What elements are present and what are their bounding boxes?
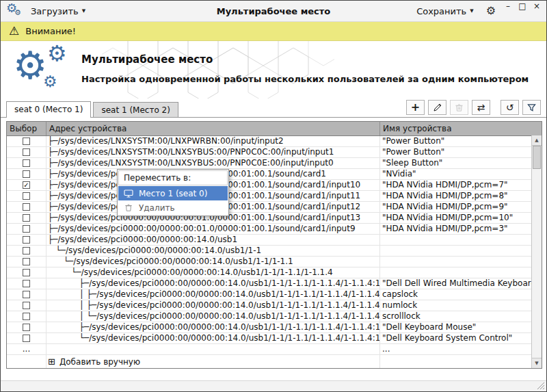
settings-gear-button[interactable]: ⚙ bbox=[486, 5, 496, 16]
gear-icon: ⚙ bbox=[47, 42, 67, 64]
row-checkbox[interactable] bbox=[23, 138, 30, 145]
row-checkbox[interactable] bbox=[23, 192, 30, 200]
table-row[interactable]: ├─/sys/devices/pci0000:00/0000:00:01.0/0… bbox=[7, 213, 542, 224]
app-logo-gears: ⚙ ⚙ ⚙ bbox=[10, 44, 79, 97]
maximize-button[interactable]: □ bbox=[518, 2, 526, 10]
row-checkbox[interactable]: ✓ bbox=[23, 181, 30, 189]
row-checkbox[interactable] bbox=[23, 159, 30, 167]
chevron-down-icon: ▼ bbox=[470, 8, 473, 14]
table-row[interactable]: ├─/sys/devices/pci0000:00/0000:00:14.0/u… bbox=[7, 235, 542, 246]
device-name: "HDA NVidia HDMI/DP,pcm=9" bbox=[380, 202, 542, 212]
reset-button[interactable]: ↺ bbox=[501, 100, 519, 115]
table-row[interactable]: └─/sys/devices/pci0000:00/0000:00:14.0/u… bbox=[7, 267, 542, 278]
table-row[interactable]: └─/sys/devices/pci0000:00/0000:00:14.0/u… bbox=[7, 246, 542, 257]
row-checkbox[interactable] bbox=[23, 335, 30, 342]
row-checkbox[interactable] bbox=[23, 236, 30, 244]
row-checkbox[interactable] bbox=[23, 269, 30, 276]
ellipsis-name: ... bbox=[380, 344, 542, 354]
table-row[interactable]: ├─/sys/devices/pci0000:00/0000:00:14.0/u… bbox=[7, 278, 542, 289]
load-button-label: Загрузить bbox=[31, 6, 79, 16]
row-checkbox[interactable] bbox=[23, 214, 30, 222]
table-row[interactable]: └─/sys/devices/pci0000:00/0000:00:14.0/u… bbox=[7, 257, 542, 267]
title-bar: ⚙ ⚙ Загрузить ▼ Мультирабочее место Сохр… bbox=[1, 1, 546, 22]
row-checkbox[interactable] bbox=[23, 203, 30, 211]
row-checkbox[interactable] bbox=[23, 280, 30, 287]
load-button[interactable]: Загрузить ▼ bbox=[28, 5, 88, 18]
context-menu-title: Переместить в: bbox=[118, 170, 228, 185]
row-checkbox[interactable] bbox=[23, 170, 30, 178]
context-menu-item-delete[interactable]: Удалить bbox=[118, 200, 228, 215]
minimize-button[interactable]: – bbox=[504, 2, 512, 10]
device-name: "NVidia" bbox=[380, 169, 542, 179]
column-header-address[interactable]: Адрес устройства bbox=[46, 122, 380, 135]
delete-button[interactable] bbox=[450, 100, 468, 115]
row-checkbox[interactable] bbox=[23, 291, 30, 298]
edit-button[interactable] bbox=[428, 100, 446, 115]
table-row[interactable]: ✓ ├─/sys/devices/pci0000:00/0000:00:01.0… bbox=[7, 180, 542, 191]
row-checkbox[interactable] bbox=[23, 247, 30, 254]
device-name: "Power Button" bbox=[380, 147, 542, 157]
table-row[interactable]: │ └─/sys/devices/pci0000:00/0000:00:14.0… bbox=[7, 311, 542, 322]
ellipsis-row: ... ... bbox=[7, 344, 542, 355]
close-button[interactable]: × bbox=[533, 2, 541, 10]
row-checkbox[interactable] bbox=[23, 148, 30, 156]
tab-seat-0[interactable]: seat 0 (Место 1) bbox=[6, 101, 91, 118]
device-name: capslock bbox=[380, 289, 542, 300]
table-row[interactable]: ├─/sys/devices/LNXSYSTM:00/LNXPWRBN:00/i… bbox=[7, 136, 542, 147]
add-button[interactable]: + bbox=[406, 100, 425, 115]
swap-arrows-icon: ⇄ bbox=[477, 103, 485, 112]
device-table: Выбор Адрес устройства Имя устройства ├─… bbox=[6, 121, 542, 369]
plus-icon: + bbox=[411, 102, 420, 113]
table-row[interactable]: │ ├─/sys/devices/pci0000:00/0000:00:14.0… bbox=[7, 289, 542, 300]
save-button[interactable]: Сохранить ▼ bbox=[414, 5, 477, 18]
context-menu: Переместить в: Место 1 (seat 0) Удалить bbox=[117, 169, 229, 216]
warning-icon: ⚠ bbox=[9, 25, 19, 37]
row-checkbox[interactable] bbox=[23, 313, 30, 320]
scroll-up-button[interactable]: ▲ bbox=[532, 135, 542, 146]
resize-grip[interactable] bbox=[537, 382, 545, 390]
scroll-down-button[interactable]: ▼ bbox=[532, 358, 542, 368]
table-row[interactable]: ├─/sys/devices/pci0000:00/0000:00:14.0/u… bbox=[7, 322, 542, 333]
row-checkbox[interactable] bbox=[23, 225, 30, 233]
column-header-name[interactable]: Имя устройства bbox=[380, 122, 542, 135]
add-manually-row[interactable]: ⊞ Добавить вручную bbox=[7, 355, 542, 368]
context-menu-item-label: Удалить bbox=[139, 203, 175, 213]
row-checkbox[interactable] bbox=[23, 302, 30, 309]
gear-icon: ⚙ bbox=[13, 47, 47, 85]
filter-button[interactable] bbox=[522, 100, 541, 115]
page-subtitle: Настройка одновременной работы нескольки… bbox=[81, 74, 529, 84]
add-manually-label: Добавить вручную bbox=[59, 356, 140, 368]
warning-banner: ⚠ Внимание! bbox=[1, 22, 546, 41]
table-row[interactable]: ├─/sys/devices/pci0000:00/0000:00:01.0/0… bbox=[7, 224, 542, 235]
device-name: "Sleep Button" bbox=[380, 158, 542, 168]
warning-text: Внимание! bbox=[25, 26, 76, 36]
row-checkbox[interactable] bbox=[23, 324, 30, 331]
device-address: │ └─/sys/devices/pci0000:00/0000:00:14.0… bbox=[46, 311, 380, 322]
vertical-scrollbar[interactable]: ▲ ▼ bbox=[531, 135, 542, 368]
column-header-select[interactable]: Выбор bbox=[7, 122, 46, 135]
device-name: "HDA NVidia HDMI/DP,pcm=10" bbox=[380, 213, 542, 223]
gear-icon: ⚙ bbox=[14, 9, 21, 16]
device-name bbox=[380, 235, 542, 245]
gear-icon: ⚙ bbox=[43, 74, 57, 90]
table-row[interactable]: │ ├─/sys/devices/pci0000:00/0000:00:14.0… bbox=[7, 300, 542, 311]
table-row[interactable]: ├─/sys/devices/pci0000:00/0000:00:01.0/0… bbox=[7, 191, 542, 202]
trash-icon bbox=[123, 203, 134, 212]
device-address: ├─/sys/devices/pci0000:00/0000:00:14.0/u… bbox=[46, 322, 380, 332]
row-checkbox[interactable] bbox=[23, 258, 30, 265]
table-row[interactable]: └─/sys/devices/pci0000:00/0000:00:14.0/u… bbox=[7, 333, 542, 344]
device-name: "Dell Dell Wired Multimedia Keyboard" bbox=[380, 278, 542, 289]
tab-seat-1[interactable]: seat 1 (Место 2) bbox=[93, 102, 178, 117]
table-row[interactable]: ├─/sys/devices/LNXSYSTM:00/LNXSYBUS:00/P… bbox=[7, 147, 542, 158]
table-row[interactable]: ├─/sys/devices/pci0000:00/0000:00:01.0/0… bbox=[7, 202, 542, 213]
table-row[interactable]: ├─/sys/devices/pci0000:00/0000:00:01.0/0… bbox=[7, 169, 542, 180]
device-address: └─/sys/devices/pci0000:00/0000:00:14.0/u… bbox=[46, 333, 380, 343]
device-address: ├─/sys/devices/pci0000:00/0000:00:14.0/u… bbox=[46, 278, 380, 289]
device-address: │ ├─/sys/devices/pci0000:00/0000:00:14.0… bbox=[46, 289, 380, 300]
table-row[interactable]: ├─/sys/devices/LNXSYSTM:00/LNXSYBUS:00/P… bbox=[7, 158, 542, 169]
scrollbar-thumb[interactable] bbox=[533, 146, 541, 169]
table-header: Выбор Адрес устройства Имя устройства bbox=[7, 122, 542, 136]
device-address: ├─/sys/devices/LNXSYSTM:00/LNXSYBUS:00/P… bbox=[46, 158, 380, 168]
context-menu-item-seat[interactable]: Место 1 (seat 0) bbox=[118, 186, 228, 200]
swap-button[interactable]: ⇄ bbox=[472, 100, 490, 115]
